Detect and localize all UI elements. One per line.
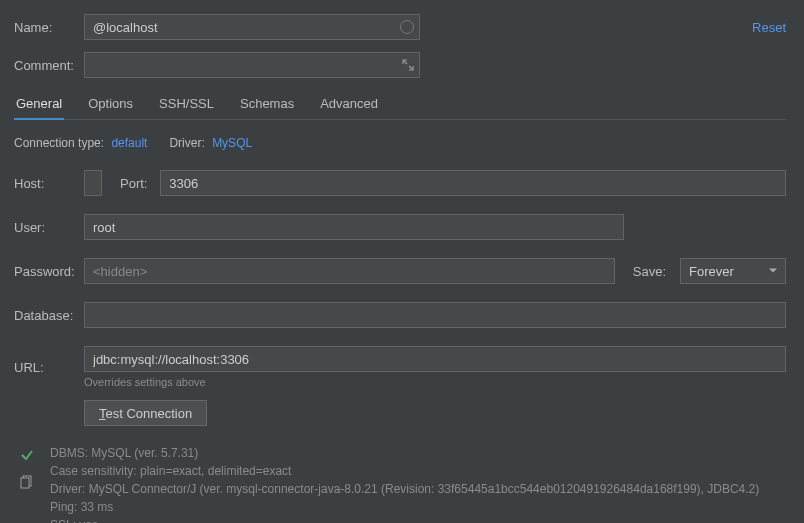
connection-type-value[interactable]: default — [111, 136, 147, 150]
comment-label: Comment: — [14, 58, 84, 73]
result-line: Case sensitivity: plain=exact, delimited… — [50, 462, 759, 480]
url-label: URL: — [14, 360, 84, 375]
test-connection-result: DBMS: MySQL (ver. 5.7.31) Case sensitivi… — [50, 444, 759, 523]
connection-type-label: Connection type: — [14, 136, 104, 150]
password-input[interactable] — [84, 258, 615, 284]
reset-link[interactable]: Reset — [752, 20, 786, 35]
host-input[interactable] — [84, 170, 102, 196]
success-check-icon — [20, 448, 34, 465]
url-hint: Overrides settings above — [84, 376, 786, 388]
port-input[interactable] — [160, 170, 786, 196]
tab-sshssl[interactable]: SSH/SSL — [157, 90, 216, 119]
tab-advanced[interactable]: Advanced — [318, 90, 380, 119]
result-line: SSL: yes — [50, 516, 759, 523]
name-input[interactable] — [84, 14, 420, 40]
test-connection-button[interactable]: Test Connection — [84, 400, 207, 426]
result-line: Ping: 33 ms — [50, 498, 759, 516]
name-label: Name: — [14, 20, 84, 35]
comment-input[interactable] — [84, 52, 420, 78]
user-label: User: — [14, 220, 84, 235]
tab-options[interactable]: Options — [86, 90, 135, 119]
result-line: DBMS: MySQL (ver. 5.7.31) — [50, 444, 759, 462]
save-select[interactable] — [680, 258, 786, 284]
tabs: General Options SSH/SSL Schemas Advanced — [14, 90, 786, 120]
tab-schemas[interactable]: Schemas — [238, 90, 296, 119]
svg-rect-1 — [21, 478, 29, 488]
tab-general[interactable]: General — [14, 90, 64, 119]
save-label: Save: — [633, 264, 680, 279]
copy-icon[interactable] — [20, 475, 34, 492]
driver-label: Driver: — [169, 136, 204, 150]
user-input[interactable] — [84, 214, 624, 240]
host-label: Host: — [14, 176, 84, 191]
driver-value[interactable]: MySQL — [212, 136, 252, 150]
result-line: Driver: MySQL Connector/J (ver. mysql-co… — [50, 480, 759, 498]
database-input[interactable] — [84, 302, 786, 328]
port-label: Port: — [120, 176, 160, 191]
url-input[interactable] — [84, 346, 786, 372]
password-label: Password: — [14, 264, 84, 279]
database-label: Database: — [14, 308, 84, 323]
